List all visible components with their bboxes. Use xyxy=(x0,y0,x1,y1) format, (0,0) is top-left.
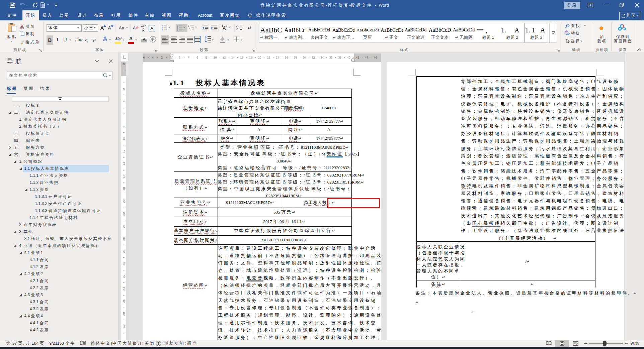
svg-text:3: 3 xyxy=(177,29,178,31)
svg-text:i: i xyxy=(190,29,190,31)
